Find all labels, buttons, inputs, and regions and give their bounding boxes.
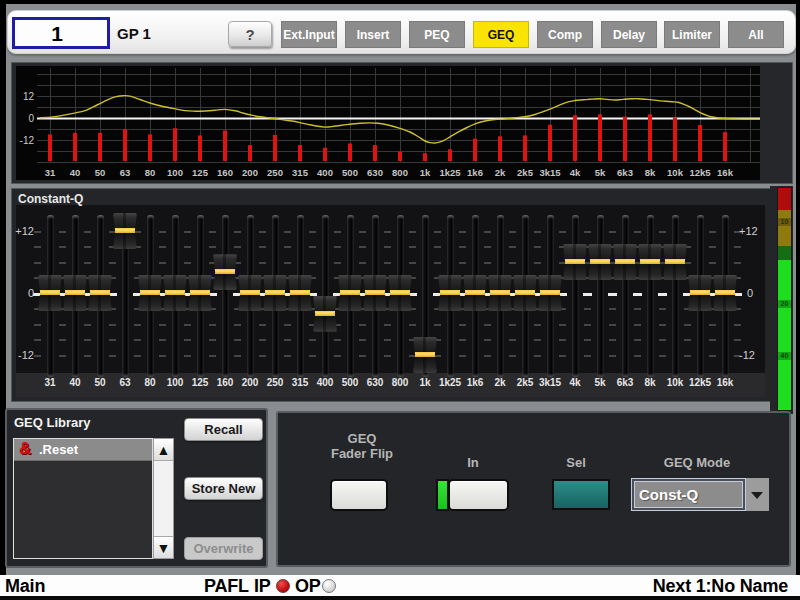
svg-text:10k: 10k [667,167,684,178]
svg-text:160: 160 [217,167,233,178]
svg-text:12: 12 [23,91,35,102]
svg-text:1k6: 1k6 [467,167,483,178]
svg-text:8k: 8k [645,167,656,178]
svg-text:315: 315 [292,167,309,178]
svg-text:16k: 16k [717,167,734,178]
svg-text:5k: 5k [595,167,606,178]
svg-text:0: 0 [28,113,34,124]
svg-text:125: 125 [192,167,209,178]
svg-text:31: 31 [45,167,56,178]
svg-text:6k3: 6k3 [617,167,633,178]
svg-text:-12: -12 [20,135,35,146]
svg-text:4k: 4k [570,167,581,178]
svg-text:2k5: 2k5 [517,167,534,178]
svg-text:50: 50 [95,167,106,178]
svg-text:3k15: 3k15 [539,167,561,178]
svg-text:500: 500 [342,167,358,178]
svg-text:80: 80 [145,167,156,178]
svg-text:12k5: 12k5 [689,167,711,178]
svg-text:1k25: 1k25 [439,167,461,178]
svg-text:630: 630 [367,167,383,178]
svg-text:63: 63 [120,167,131,178]
svg-text:200: 200 [242,167,258,178]
svg-text:40: 40 [70,167,81,178]
svg-text:400: 400 [317,167,333,178]
svg-text:100: 100 [167,167,183,178]
svg-text:250: 250 [267,167,283,178]
svg-text:800: 800 [392,167,408,178]
svg-text:1k: 1k [420,167,431,178]
svg-text:2k: 2k [495,167,506,178]
